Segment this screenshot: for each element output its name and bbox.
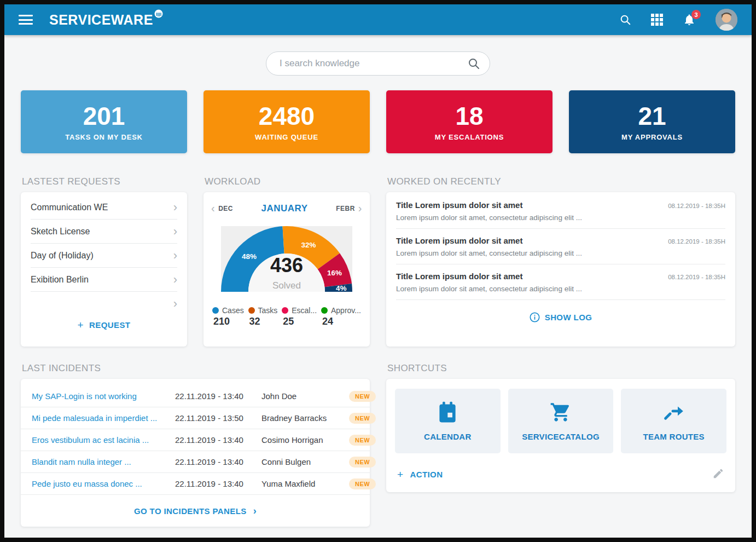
recent-item-title: Title Lorem ipsum dolor sit amet xyxy=(396,272,522,281)
user-avatar[interactable] xyxy=(716,9,737,31)
current-month-label: JANUARY xyxy=(261,203,308,214)
stat-card-approvals[interactable]: 21 MY APPROVALS xyxy=(569,90,735,153)
top-bar-left: SERVICEWARE xyxy=(19,13,163,27)
shortcut-servicecatalog[interactable]: SERVICECATALOG xyxy=(508,389,614,453)
stat-label: TASKS ON MY DESK xyxy=(65,133,143,141)
status-badge: NEW xyxy=(349,413,376,424)
legend-value: 32 xyxy=(249,316,278,327)
stat-value: 21 xyxy=(638,102,666,130)
incident-title-link[interactable]: Eros vestibulum ac est lacinia ... xyxy=(32,435,175,445)
legend-value: 25 xyxy=(283,316,317,327)
next-month-button[interactable]: FEBR › xyxy=(336,204,362,214)
status-badge: NEW xyxy=(349,478,376,489)
chevron-right-icon: › xyxy=(253,506,257,516)
shortcuts-section: SHORTCUTS CALENDAR xyxy=(386,363,735,492)
request-row[interactable]: Day of (Holiday) › xyxy=(31,244,177,268)
incident-title-link[interactable]: Pede justo eu massa donec ... xyxy=(32,479,175,488)
app-logo[interactable]: SERVICEWARE xyxy=(49,13,163,27)
recent-item-timestamp: 08.12.2019 - 18:35H xyxy=(668,274,725,280)
recent-item-title: Title Lorem ipsum dolor sit amet xyxy=(396,200,522,210)
edit-pencil-icon[interactable] xyxy=(712,468,724,481)
legend-item: Tasks 32 xyxy=(248,306,278,327)
svg-text:4%: 4% xyxy=(336,284,347,292)
info-icon xyxy=(530,312,540,322)
workload-gauge-wrap: 48%32%16%4%436Solved xyxy=(221,226,352,292)
latest-requests-section: LASTEST REQUESTS Communication WE › Sket… xyxy=(21,176,187,347)
recent-item[interactable]: Title Lorem ipsum dolor sit amet 08.12.2… xyxy=(396,264,725,300)
stat-card-tasks[interactable]: 201 TASKS ON MY DESK xyxy=(21,90,187,153)
prev-month-button[interactable]: ‹ DEC xyxy=(211,204,233,214)
stat-label: MY APPROVALS xyxy=(621,133,683,141)
workload-section: WORKLOAD ‹ DEC JANUARY FEBR › xyxy=(203,176,370,347)
go-to-incidents-button[interactable]: GO TO INCIDENTS PANELS › xyxy=(134,506,257,516)
stat-card-waiting-queue[interactable]: 2480 WAITING QUEUE xyxy=(203,90,370,153)
svg-text:48%: 48% xyxy=(242,252,257,261)
legend-label: Approv... xyxy=(331,306,361,315)
request-row-more[interactable]: › xyxy=(31,292,177,316)
recent-item-description: Lorem ipsum dolor sit amet, consectetur … xyxy=(396,285,725,293)
recent-item-description: Lorem ipsum dolor sit amet, consectetur … xyxy=(396,214,725,222)
request-label: Day of (Holiday) xyxy=(31,251,94,261)
chevron-right-icon: › xyxy=(173,274,177,286)
incident-date: 22.11.2019 - 13:40 xyxy=(175,391,261,401)
stat-value: 2480 xyxy=(259,102,315,130)
incident-date: 22.11.2019 - 13:40 xyxy=(175,457,261,466)
stat-card-escalations[interactable]: 18 MY ESCALATIONS xyxy=(386,90,553,153)
stat-label: WAITING QUEUE xyxy=(255,133,318,141)
legend-dot xyxy=(321,307,328,314)
searchbar-magnifier-icon[interactable] xyxy=(467,57,480,70)
top-bar-actions: 3 xyxy=(619,9,737,31)
incident-row: My SAP-Login is not working 22.11.2019 -… xyxy=(21,385,370,407)
stat-value: 201 xyxy=(83,102,125,130)
action-row: ACTION xyxy=(395,468,726,481)
legend-item: Escal... 25 xyxy=(282,306,317,327)
shortcut-team-routes[interactable]: TEAM ROUTES xyxy=(621,389,726,453)
apps-grid-icon[interactable] xyxy=(651,14,663,26)
incident-title-link[interactable]: Blandit nam nulla integer ... xyxy=(32,457,175,466)
recent-item[interactable]: Title Lorem ipsum dolor sit amet 08.12.2… xyxy=(396,193,725,229)
incident-row: Blandit nam nulla integer ... 22.11.2019… xyxy=(21,451,370,473)
shortcut-label: TEAM ROUTES xyxy=(643,432,704,441)
incident-user: John Doe xyxy=(261,391,349,401)
menu-icon[interactable] xyxy=(19,15,33,25)
add-request-button[interactable]: REQUEST xyxy=(78,319,131,331)
legend-dot xyxy=(212,307,219,314)
chevron-right-icon: › xyxy=(173,298,177,310)
svg-text:16%: 16% xyxy=(327,269,342,277)
go-to-incidents-label: GO TO INCIDENTS PANELS xyxy=(134,506,247,516)
incident-title-link[interactable]: My SAP-Login is not working xyxy=(32,391,175,401)
incident-date: 22.11.2019 - 13:40 xyxy=(175,435,261,445)
incident-user: Bradney Barracks xyxy=(261,413,349,423)
prev-month-label: DEC xyxy=(218,205,233,212)
show-log-button[interactable]: SHOW LOG xyxy=(530,312,592,322)
incident-date: 22.11.2019 - 13:50 xyxy=(175,413,261,423)
incident-row: Eros vestibulum ac est lacinia ... 22.11… xyxy=(21,429,370,451)
recent-list: Title Lorem ipsum dolor sit amet 08.12.2… xyxy=(386,192,735,300)
shortcut-calendar[interactable]: CALENDAR xyxy=(395,389,501,453)
stats-row: 201 TASKS ON MY DESK 2480 WAITING QUEUE … xyxy=(21,90,735,153)
incident-title-link[interactable]: Mi pede malesuada in imperdiet ... xyxy=(32,413,175,423)
status-badge: NEW xyxy=(349,457,376,468)
knowledge-search-input[interactable] xyxy=(266,51,490,76)
add-action-button[interactable]: ACTION xyxy=(397,469,443,481)
incident-user: Conni Bulgen xyxy=(261,457,349,466)
section-heading: WORKED ON RECENTLY xyxy=(387,176,735,187)
next-month-label: FEBR xyxy=(336,205,355,212)
notifications-bell-icon[interactable]: 3 xyxy=(683,13,696,26)
shortcut-tiles: CALENDAR SERVICECATALOG xyxy=(395,389,726,453)
incident-user: Yuma Maxfield xyxy=(261,479,349,488)
last-incidents-section: LAST INCIDENTS My SAP-Login is not worki… xyxy=(21,363,370,527)
month-navigation: ‹ DEC JANUARY FEBR › xyxy=(203,192,370,214)
request-row[interactable]: Communication WE › xyxy=(31,195,177,220)
workload-legend: Cases 210 Tasks 32 xyxy=(203,306,370,327)
recent-item[interactable]: Title Lorem ipsum dolor sit amet 08.12.2… xyxy=(396,229,725,264)
requests-list: Communication WE › Sketch License › Day … xyxy=(21,192,187,316)
request-row[interactable]: Sketch License › xyxy=(31,220,177,244)
notification-count-badge: 3 xyxy=(691,10,701,19)
show-log-row: SHOW LOG xyxy=(386,300,735,334)
calendar-icon xyxy=(437,401,458,423)
recent-item-timestamp: 08.12.2019 - 18:35H xyxy=(668,238,725,245)
cart-icon xyxy=(550,401,572,423)
search-icon[interactable] xyxy=(619,14,631,26)
request-row[interactable]: Exibition Berlin › xyxy=(31,268,177,292)
